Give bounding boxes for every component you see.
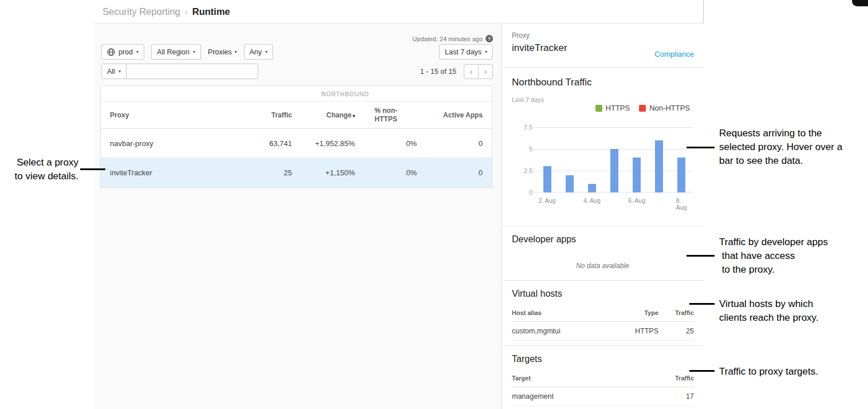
cell-traffic: 25 (658, 327, 694, 335)
table-row-selected[interactable]: inviteTracker 25 +1,150% 0% 0 (101, 158, 492, 187)
targets-table: Target Traffic management 17 (512, 375, 694, 406)
pagination-next-button[interactable]: › (478, 64, 493, 79)
legend-label-non-https: Non-HTTPS (649, 104, 690, 112)
cell-non-https: 0% (355, 139, 417, 148)
chart-bar[interactable] (543, 166, 551, 192)
annotation-text: clients reach the proxy. (719, 311, 819, 325)
chart-bar[interactable] (610, 149, 618, 192)
column-header-traffic: Traffic (658, 309, 694, 316)
region-dropdown-label: All Region (157, 48, 190, 56)
annotation-text: selected proxy. Hover over a (719, 140, 842, 154)
caret-down-icon: ▾ (235, 49, 237, 54)
cell-type: HTTPS (618, 327, 658, 335)
chart-legend: HTTPS Non-HTTPS (595, 104, 690, 112)
cell-non-https: 0% (355, 168, 417, 177)
chart-bars (536, 127, 693, 192)
column-header-change[interactable]: Change▾ (292, 111, 355, 119)
date-range-label: Last 7 days (445, 48, 482, 56)
y-axis-tick: 2.5 (512, 167, 532, 175)
x-axis-tick: 2. Aug (539, 197, 556, 204)
x-axis-tick: 6. Aug (628, 197, 645, 204)
northbound-group-label: NORTHBOUND (321, 91, 369, 97)
column-header-target: Target (512, 375, 658, 382)
annotation-virtual-hosts: Virtual hosts by which clients reach the… (719, 297, 819, 325)
search-input[interactable] (126, 64, 258, 79)
caret-down-icon: ▾ (265, 49, 267, 54)
northbound-traffic-title: Northbound Traffic (512, 77, 592, 88)
annotation-text: Requests arriving to the (719, 127, 842, 140)
caret-down-icon: ▾ (119, 69, 121, 74)
target-row[interactable]: management 17 (512, 387, 694, 406)
breadcrumb-section[interactable]: Security Reporting (102, 6, 180, 17)
chart-bar[interactable] (655, 140, 663, 192)
northbound-traffic-subtitle: Last 7 days (512, 96, 544, 103)
y-axis-tick: 5 (512, 145, 532, 153)
app-window: Security Reporting › Runtime Updated: 24… (94, 0, 704, 409)
virtual-hosts-table: Host alias Type Traffic custom,mgmtui HT… (512, 309, 694, 341)
targets-header-row: Target Traffic (512, 375, 694, 387)
chevron-right-icon: › (185, 7, 188, 17)
date-range-dropdown[interactable]: Last 7 days ▾ (439, 44, 493, 60)
cell-proxy-name: navbar-proxy (110, 139, 235, 148)
runtime-main: Updated: 24 minutes ago ? prod ▾ All Reg… (94, 23, 501, 409)
y-axis-tick: 0 (512, 188, 532, 196)
annotation-select-proxy: Select a proxy to view details. (0, 156, 78, 183)
chart-bar[interactable] (566, 175, 574, 192)
chart-bar[interactable] (588, 184, 596, 192)
chevron-right-icon: › (484, 66, 487, 76)
caret-down-icon: ▾ (136, 49, 139, 54)
help-icon[interactable]: ? (486, 35, 493, 42)
column-header-traffic: Traffic (658, 375, 694, 382)
annotation-line (689, 303, 715, 305)
annotation-northbound: Requests arriving to the selected proxy.… (719, 127, 842, 168)
proxies-dropdown[interactable]: Proxies ▾ (208, 48, 237, 56)
virtual-host-row[interactable]: custom,mgmtui HTTPS 25 (512, 322, 694, 341)
any-dropdown-label: Any (250, 48, 262, 56)
annotation-targets: Traffic to proxy targets. (719, 365, 818, 379)
column-header-non-https[interactable]: % non-HTTPS (355, 107, 417, 124)
caret-down-icon: ▾ (193, 49, 195, 54)
chevron-left-icon: ‹ (470, 66, 473, 76)
search-scope-dropdown[interactable]: All ▾ (101, 64, 127, 79)
legend-item-https: HTTPS (595, 104, 630, 112)
updated-status: Updated: 24 minutes ago ? (412, 35, 493, 42)
cell-traffic: 63,741 (235, 139, 292, 148)
column-header-active-apps[interactable]: Active Apps (417, 111, 483, 119)
northbound-bar-chart: 7.5 5 2.5 0 2. Aug 4. Aug 6. Aug 8. Aug (512, 127, 694, 213)
cell-traffic: 25 (235, 168, 292, 177)
annotation-text: to view details. (0, 170, 78, 183)
column-header-proxy[interactable]: Proxy (110, 111, 235, 119)
annotation-text: Virtual hosts by which (719, 297, 819, 311)
legend-label-https: HTTPS (606, 104, 630, 112)
proxies-dropdown-label: Proxies (208, 48, 232, 56)
legend-item-non-https: Non-HTTPS (639, 104, 690, 112)
environment-dropdown-label: prod (119, 48, 133, 56)
cell-traffic: 17 (658, 392, 694, 400)
chart-bar[interactable] (677, 158, 685, 192)
cell-active-apps: 0 (417, 168, 483, 177)
annotation-developer-apps: Traffic by developer apps that have acce… (719, 235, 828, 277)
pagination-prev-button[interactable]: ‹ (464, 64, 479, 79)
virtual-hosts-header-row: Host alias Type Traffic (512, 309, 694, 322)
breadcrumb: Security Reporting › Runtime (94, 0, 703, 23)
any-dropdown[interactable]: Any ▾ (244, 44, 274, 60)
annotation-line (686, 255, 715, 257)
virtual-hosts-section: Virtual hosts Host alias Type Traffic cu… (502, 281, 704, 346)
annotation-text: that have access (719, 249, 828, 263)
annotation-text: Traffic to proxy targets. (719, 365, 818, 379)
virtual-hosts-title: Virtual hosts (512, 289, 562, 299)
developer-apps-section: Developer apps No data available (502, 226, 704, 281)
compliance-link[interactable]: Compliance (654, 50, 694, 58)
environment-dropdown[interactable]: prod ▾ (101, 44, 144, 60)
annotation-text: bar to see the data. (719, 154, 842, 168)
column-header-traffic[interactable]: Traffic (235, 111, 292, 119)
updated-text: Updated: 24 minutes ago (412, 36, 483, 42)
table-row[interactable]: navbar-proxy 63,741 +1,952.85% 0% 0 (101, 129, 492, 158)
cell-proxy-name: inviteTracker (110, 168, 235, 177)
y-axis-tick: 7.5 (512, 123, 532, 131)
annotation-line (686, 147, 715, 148)
x-axis-tick: 8. Aug (676, 197, 688, 211)
region-dropdown[interactable]: All Region ▾ (151, 44, 201, 60)
chart-bar[interactable] (633, 158, 641, 192)
corner-mark (852, 0, 868, 6)
